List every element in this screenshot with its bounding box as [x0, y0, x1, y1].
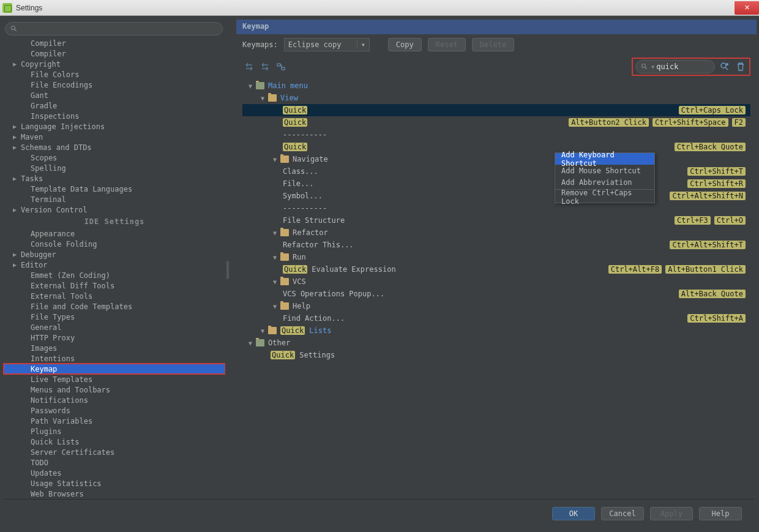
sidebar-item[interactable]: File Encodings	[4, 80, 225, 90]
sidebar-item[interactable]: File Colors	[4, 69, 225, 80]
keymap-tree-row[interactable]: ▼Refactor	[242, 227, 750, 239]
sidebar-item[interactable]: Scopes	[4, 152, 225, 163]
sidebar-item[interactable]: Inspections	[4, 111, 225, 121]
keymap-tree-row[interactable]: ----------	[242, 202, 750, 214]
sidebar-item[interactable]: Template Data Languages	[4, 184, 225, 194]
keymap-tree-row[interactable]: ▼Main menu	[242, 80, 750, 92]
reset-button[interactable]: Reset	[428, 38, 466, 51]
delete-button[interactable]: Delete	[472, 38, 514, 51]
find-by-shortcut-icon[interactable]	[719, 61, 731, 73]
sidebar-item[interactable]: File Types	[4, 312, 225, 322]
keymap-tree-row[interactable]: ▼VCS	[242, 275, 750, 288]
sidebar-item[interactable]: ▶Maven	[4, 132, 225, 142]
settings-tree[interactable]: CompilerCompiler▶CopyrightFile ColorsFil…	[2, 38, 225, 501]
sidebar-item[interactable]: ▶Editor	[4, 260, 225, 270]
keymap-tree-row[interactable]: Class...Ctrl+Shift+T	[242, 165, 750, 178]
pane-divider[interactable]	[225, 20, 230, 501]
sidebar-item[interactable]: HTTP Proxy	[4, 332, 225, 343]
sidebar-item[interactable]: ▶Language Injections	[4, 121, 225, 132]
keymap-tree-row[interactable]: QuickCtrl+Caps Lock	[242, 104, 750, 116]
sidebar-item[interactable]: Compiler	[4, 38, 225, 48]
sidebar-item[interactable]: Quick Lists	[4, 436, 225, 447]
keymap-tree-row[interactable]: VCS Operations Popup...Alt+Back Quote	[242, 288, 750, 300]
sidebar-item[interactable]: Appearance	[4, 228, 225, 239]
highlighted-search-area: ▾ quick	[632, 58, 750, 76]
svg-point-6	[721, 63, 726, 68]
sidebar-item[interactable]: External Tools	[4, 291, 225, 301]
sidebar-item[interactable]: ▶Schemas and DTDs	[4, 142, 225, 152]
svg-line-1	[15, 29, 17, 31]
keymaps-select[interactable]: Eclipse copy ▾	[284, 38, 370, 51]
keymaps-value: Eclipse copy	[285, 40, 357, 49]
keymap-tree-row[interactable]: Symbol...Ctrl+Alt+Shift+N	[242, 190, 750, 202]
keymap-tree-row[interactable]: ▼Run	[242, 251, 750, 263]
keymap-tree-row[interactable]: ▼Other	[242, 337, 750, 349]
sidebar-item-keymap[interactable]: Keymap	[4, 364, 225, 374]
keymap-tree-row[interactable]: File...Ctrl+Shift+R	[242, 178, 750, 190]
keymap-tree-row[interactable]: File StructureCtrl+F3Ctrl+O	[242, 214, 750, 227]
trash-icon[interactable]	[735, 61, 747, 73]
settings-search-input[interactable]	[5, 22, 223, 36]
sidebar-item[interactable]: Console Folding	[4, 239, 225, 249]
expand-all-icon[interactable]	[242, 60, 256, 73]
keymap-tree-row[interactable]: ----------	[242, 129, 750, 141]
help-button[interactable]: Help	[699, 507, 742, 520]
sidebar-item[interactable]: TODO	[4, 457, 225, 468]
sidebar-item[interactable]: Intentions	[4, 353, 225, 364]
sidebar-item[interactable]: Path Variables	[4, 416, 225, 426]
keymap-tree-row[interactable]: ▼Help	[242, 300, 750, 312]
ctx-remove-shortcut[interactable]: Remove Ctrl+Caps Lock	[555, 191, 654, 203]
copy-button[interactable]: Copy	[388, 38, 422, 51]
sidebar-item[interactable]: ▶Tasks	[4, 173, 225, 184]
svg-line-7	[725, 67, 728, 70]
ctx-add-keyboard-shortcut[interactable]: Add Keyboard Shortcut	[555, 153, 654, 165]
apply-button[interactable]: Apply	[650, 507, 693, 520]
keymap-tree-row[interactable]: QuickCtrl+Back Quote	[242, 141, 750, 153]
keymap-tree-row[interactable]: ▼Navigate	[242, 153, 750, 165]
sidebar-item[interactable]: Spelling	[4, 163, 225, 173]
sidebar-item[interactable]: Images	[4, 343, 225, 353]
keymap-tree-row[interactable]: Refactor This...Ctrl+Alt+Shift+T	[242, 239, 750, 251]
keymap-tree-row[interactable]: ▼View	[242, 92, 750, 104]
sidebar-item[interactable]: Terminal	[4, 194, 225, 204]
sidebar-item[interactable]: Server Certificates	[4, 447, 225, 457]
sidebar-item[interactable]: ▶Version Control	[4, 204, 225, 215]
sidebar-item[interactable]: Usage Statistics	[4, 478, 225, 489]
keymap-tree-row[interactable]: QuickAlt+Button2 ClickCtrl+Shift+SpaceF2	[242, 116, 750, 129]
sidebar-item[interactable]: Notifications	[4, 395, 225, 405]
search-value: quick	[656, 62, 678, 71]
collapse-all-icon[interactable]	[258, 60, 272, 73]
keymap-search-input[interactable]: ▾ quick	[635, 60, 715, 73]
sidebar-item[interactable]: External Diff Tools	[4, 280, 225, 291]
edit-shortcut-icon[interactable]	[274, 60, 288, 73]
sidebar-item[interactable]: Gradle	[4, 100, 225, 111]
settings-sidebar: CompilerCompiler▶CopyrightFile ColorsFil…	[2, 20, 225, 501]
sidebar-item[interactable]: ▶Debugger	[4, 249, 225, 260]
sidebar-item[interactable]: File and Code Templates	[4, 301, 225, 312]
search-icon	[10, 25, 18, 32]
sidebar-item[interactable]: Plugins	[4, 426, 225, 436]
keymap-tree-row[interactable]: Quick Evaluate ExpressionCtrl+Alt+F8Alt+…	[242, 263, 750, 275]
sidebar-item[interactable]: Passwords	[4, 405, 225, 416]
sidebar-item[interactable]: Gant	[4, 90, 225, 100]
svg-point-4	[642, 64, 646, 68]
ctx-add-abbreviation[interactable]: Add Abbreviation	[555, 176, 654, 188]
sidebar-item[interactable]: Menus and Toolbars	[4, 384, 225, 395]
cancel-button[interactable]: Cancel	[601, 507, 644, 520]
keymap-tree[interactable]: ▼Main menu▼ViewQuickCtrl+Caps LockQuickA…	[242, 80, 750, 361]
keymap-tree-row[interactable]: ▼Quick Lists	[242, 324, 750, 337]
window-close-button[interactable]: ✕	[735, 1, 759, 15]
sidebar-item[interactable]: Compiler	[4, 48, 225, 59]
dialog-footer: OK Cancel Apply Help	[5, 499, 754, 527]
sidebar-item[interactable]: ▶Copyright	[4, 59, 225, 69]
ok-button[interactable]: OK	[552, 507, 595, 520]
sidebar-item[interactable]: Emmet (Zen Coding)	[4, 270, 225, 280]
sidebar-item[interactable]: Live Templates	[4, 374, 225, 384]
ctx-add-mouse-shortcut[interactable]: Add Mouse Shortcut	[555, 165, 654, 176]
keymap-tree-row[interactable]: Find Action...Ctrl+Shift+A	[242, 312, 750, 324]
sidebar-item[interactable]: Updates	[4, 468, 225, 478]
sidebar-item[interactable]: Web Browsers	[4, 489, 225, 499]
sidebar-item[interactable]: General	[4, 322, 225, 332]
keymap-tree-row[interactable]: Quick Settings	[242, 349, 750, 361]
window-titlebar: Settings ✕	[0, 0, 759, 16]
